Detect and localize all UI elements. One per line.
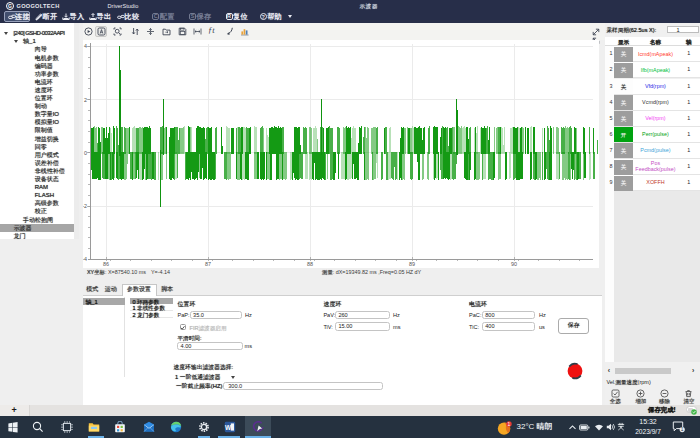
svg-text:2: 2 <box>84 97 87 103</box>
svg-text:1: 1 <box>681 428 684 433</box>
svg-text:87: 87 <box>205 261 211 267</box>
svg-text:-2: -2 <box>83 203 87 209</box>
svg-text:4: 4 <box>84 43 87 49</box>
svg-text:1: 1 <box>508 421 511 427</box>
svg-text:88: 88 <box>307 261 313 267</box>
svg-text:-4: -4 <box>83 256 87 262</box>
svg-text:90: 90 <box>511 261 517 267</box>
svg-text:W: W <box>225 423 232 430</box>
svg-text:0: 0 <box>84 150 87 156</box>
svg-text:86: 86 <box>103 261 109 267</box>
svg-text:89: 89 <box>409 261 415 267</box>
